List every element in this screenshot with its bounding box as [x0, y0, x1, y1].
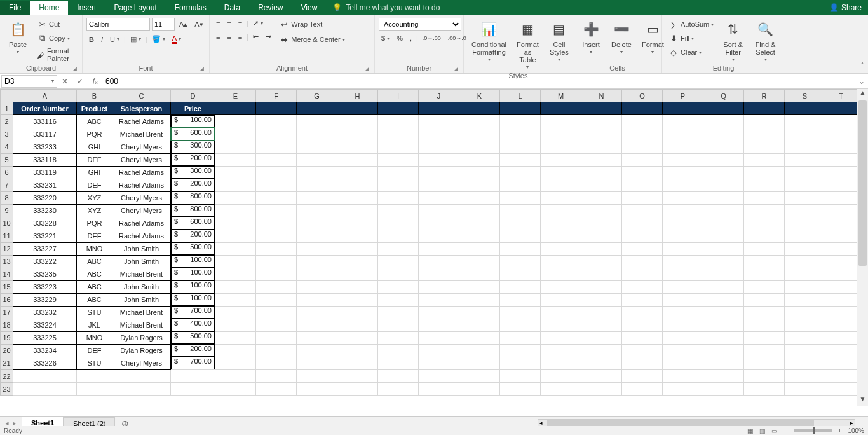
cell-F10[interactable]	[256, 217, 297, 230]
cell-D1[interactable]: Price	[171, 102, 215, 115]
cell-K4[interactable]	[459, 141, 500, 153]
cell-R12[interactable]	[744, 242, 785, 255]
share-button[interactable]: 👤 Share	[829, 3, 862, 12]
cell-S17[interactable]	[785, 306, 825, 319]
cell-D9[interactable]: $800.00	[171, 204, 215, 217]
cell-B10[interactable]: PQR	[77, 217, 112, 230]
cell-R20[interactable]	[744, 344, 785, 357]
normal-view-button[interactable]: ▦	[747, 427, 753, 434]
cell-D12[interactable]: $500.00	[171, 242, 215, 255]
cell-Q4[interactable]	[703, 141, 744, 153]
cell-R5[interactable]	[744, 153, 785, 166]
cell-L14[interactable]	[500, 268, 541, 280]
cell-L5[interactable]	[500, 153, 541, 166]
cell-L8[interactable]	[500, 191, 541, 204]
cell-N17[interactable]	[581, 306, 622, 319]
cell-B20[interactable]: DEF	[77, 344, 112, 357]
copy-button[interactable]: ⧉Copy▾	[34, 32, 78, 45]
cell-D11[interactable]: $200.00	[171, 230, 215, 242]
cell-J7[interactable]	[419, 179, 459, 191]
cell-A18[interactable]: 333224	[13, 319, 77, 331]
row-header-13[interactable]: 13	[1, 255, 13, 268]
cell-A12[interactable]: 333227	[13, 242, 77, 255]
tab-insert[interactable]: Insert	[68, 1, 105, 15]
cell-O13[interactable]	[622, 255, 663, 268]
cell-R4[interactable]	[744, 141, 785, 153]
cell-C20[interactable]: Dylan Rogers	[112, 344, 171, 357]
cell-H6[interactable]	[337, 166, 378, 179]
cell-R3[interactable]	[744, 128, 785, 141]
cell-E19[interactable]	[215, 331, 256, 344]
cell-A6[interactable]: 333119	[13, 166, 77, 179]
cell-T7[interactable]	[825, 179, 857, 191]
increase-font-button[interactable]: A▴	[177, 19, 190, 30]
cell-I14[interactable]	[378, 268, 419, 280]
cell-F9[interactable]	[256, 204, 297, 217]
cell-D17[interactable]: $700.00	[171, 306, 215, 319]
cell-J17[interactable]	[419, 306, 459, 319]
cell-R13[interactable]	[744, 255, 785, 268]
cell-Q16[interactable]	[703, 293, 744, 306]
column-header-A[interactable]: A	[13, 90, 77, 102]
cell-O4[interactable]	[622, 141, 663, 153]
cell-S21[interactable]	[785, 357, 825, 370]
cell-A14[interactable]: 333235	[13, 268, 77, 280]
cell-I4[interactable]	[378, 141, 419, 153]
cell-R19[interactable]	[744, 331, 785, 344]
cell-M12[interactable]	[541, 242, 581, 255]
cell-O15[interactable]	[622, 280, 663, 293]
cell-I23[interactable]	[378, 383, 419, 396]
cell-J9[interactable]	[419, 204, 459, 217]
cell-I10[interactable]	[378, 217, 419, 230]
cell-C8[interactable]: Cheryl Myers	[112, 191, 171, 204]
tab-formulas[interactable]: Formulas	[166, 1, 215, 15]
font-launcher[interactable]: ◢	[200, 66, 204, 72]
tab-home[interactable]: Home	[30, 1, 68, 15]
cell-F8[interactable]	[256, 191, 297, 204]
cell-H15[interactable]	[337, 280, 378, 293]
cell-C3[interactable]: Michael Brent	[112, 128, 171, 141]
cell-C17[interactable]: Michael Brent	[112, 306, 171, 319]
row-header-8[interactable]: 8	[1, 191, 13, 204]
cell-O5[interactable]	[622, 153, 663, 166]
cell-S9[interactable]	[785, 204, 825, 217]
cell-P5[interactable]	[663, 153, 703, 166]
cell-G16[interactable]	[297, 293, 337, 306]
cell-T3[interactable]	[825, 128, 857, 141]
cell-D2[interactable]: $100.00	[171, 115, 215, 128]
row-header-14[interactable]: 14	[1, 268, 13, 280]
cell-J20[interactable]	[419, 344, 459, 357]
alignment-launcher[interactable]: ◢	[365, 66, 369, 72]
cell-B6[interactable]: GHI	[77, 166, 112, 179]
cell-O12[interactable]	[622, 242, 663, 255]
column-header-K[interactable]: K	[459, 90, 500, 102]
cell-C16[interactable]: John Smith	[112, 293, 171, 306]
delete-cells-button[interactable]: ➖Delete▾	[607, 18, 635, 57]
cell-M2[interactable]	[541, 115, 581, 128]
cell-Q20[interactable]	[703, 344, 744, 357]
align-center-button[interactable]: ≡	[224, 32, 233, 42]
cell-D10[interactable]: $600.00	[171, 217, 215, 230]
cell-T1[interactable]	[825, 102, 857, 115]
cell-E22[interactable]	[215, 370, 256, 383]
tell-me-search[interactable]: 💡 Tell me what you want to do	[332, 3, 440, 12]
cell-H20[interactable]	[337, 344, 378, 357]
zoom-level[interactable]: 100%	[848, 427, 864, 434]
cell-A17[interactable]: 333232	[13, 306, 77, 319]
cell-P21[interactable]	[663, 357, 703, 370]
cell-E23[interactable]	[215, 383, 256, 396]
cell-D13[interactable]: $100.00	[171, 255, 215, 268]
cell-A1[interactable]: Order Number	[13, 102, 77, 115]
cell-O16[interactable]	[622, 293, 663, 306]
cell-G7[interactable]	[297, 179, 337, 191]
cell-O2[interactable]	[622, 115, 663, 128]
cell-J21[interactable]	[419, 357, 459, 370]
cell-C14[interactable]: Michael Brent	[112, 268, 171, 280]
cell-P23[interactable]	[663, 383, 703, 396]
spreadsheet-grid[interactable]: ABCDEFGHIJKLMNOPQRST1Order NumberProduct…	[0, 89, 857, 396]
cell-M19[interactable]	[541, 331, 581, 344]
cell-S20[interactable]	[785, 344, 825, 357]
column-header-R[interactable]: R	[744, 90, 785, 102]
cell-I16[interactable]	[378, 293, 419, 306]
cell-T16[interactable]	[825, 293, 857, 306]
